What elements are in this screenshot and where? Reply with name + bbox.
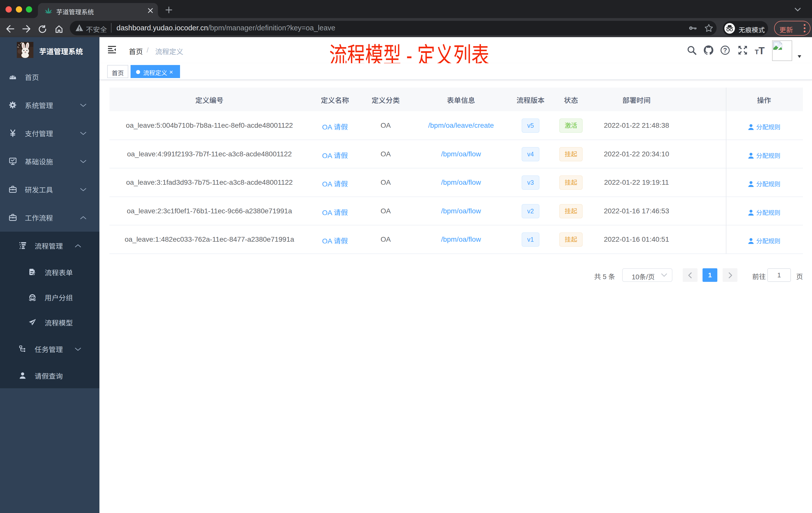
svg-text:T: T: [758, 46, 764, 55]
svg-text:?: ?: [723, 47, 727, 54]
svg-text:T: T: [755, 48, 759, 55]
